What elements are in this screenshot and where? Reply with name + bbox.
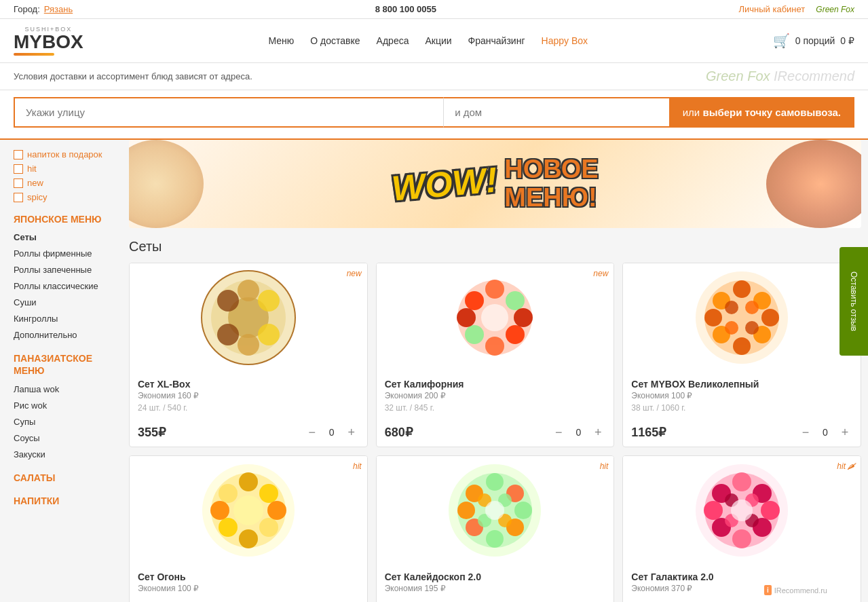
svg-point-63 bbox=[732, 472, 751, 491]
svg-point-29 bbox=[704, 309, 722, 326]
svg-point-39 bbox=[259, 518, 278, 537]
nav-delivery[interactable]: О доставке bbox=[310, 35, 360, 46]
product-name-kaleidoscope: Сет Калейдоскоп 2.0 bbox=[385, 571, 606, 582]
svg-point-52 bbox=[486, 530, 504, 548]
top-bar-left: Город: Рязань bbox=[14, 4, 73, 14]
nav-promotions[interactable]: Акции bbox=[425, 35, 451, 46]
filter-new[interactable]: new bbox=[14, 178, 122, 188]
qty-minus-california[interactable]: − bbox=[551, 425, 566, 440]
city-name[interactable]: Рязань bbox=[44, 4, 73, 14]
product-badge-galaxy: hit🌶 bbox=[837, 462, 855, 471]
qty-value-california: 0 bbox=[573, 427, 584, 438]
svg-point-8 bbox=[238, 334, 259, 356]
salads-title: САЛАТЫ bbox=[14, 472, 122, 484]
svg-point-27 bbox=[733, 337, 751, 355]
svg-point-19 bbox=[481, 304, 508, 331]
product-info-california: Сет Калифорния Экономия 200 ₽ 32 шт. / 8… bbox=[377, 372, 614, 421]
filter-new-checkbox[interactable] bbox=[14, 178, 23, 188]
product-image-kaleidoscope bbox=[377, 456, 614, 565]
banner: WOW! НОВОЕ МЕНЮ! bbox=[129, 140, 861, 228]
review-button[interactable]: Оставить отзыв bbox=[839, 247, 868, 356]
menu-item-sauces[interactable]: Соусы bbox=[14, 432, 122, 445]
nav-happybox[interactable]: Happy Box bbox=[542, 35, 588, 46]
filter-spicy-checkbox[interactable] bbox=[14, 193, 23, 202]
product-card-mybox-great: new bbox=[622, 263, 861, 447]
nav-franchise[interactable]: Франчайзинг bbox=[468, 35, 525, 46]
product-info-mybox-great: Сет MYBOX Великолепный Экономия 100 ₽ 38… bbox=[623, 372, 861, 421]
product-info-xl-box: Сет XL-Box Экономия 160 ₽ 24 шт. / 540 г… bbox=[130, 372, 367, 421]
menu-item-rolls-classic[interactable]: Роллы классические bbox=[14, 280, 122, 293]
product-price-xl-box: 355₽ bbox=[138, 425, 166, 440]
nav-menu[interactable]: Меню bbox=[268, 35, 294, 46]
house-input[interactable] bbox=[443, 97, 669, 128]
menu-item-noodle-wok[interactable]: Лапша wok bbox=[14, 383, 122, 396]
menu-item-additional[interactable]: Дополнительно bbox=[14, 328, 122, 341]
qty-plus-mybox-great[interactable]: + bbox=[837, 425, 852, 440]
cart[interactable]: 🛒 0 порций 0 ₽ bbox=[773, 33, 854, 49]
irecommend-watermark: IRecommend bbox=[774, 69, 854, 83]
logo-main-text: MYBOX bbox=[14, 33, 83, 52]
recommend-badge: Green Fox IRecommend bbox=[706, 69, 854, 84]
filter-new-label: new bbox=[27, 178, 43, 188]
menu-item-sushi[interactable]: Суши bbox=[14, 296, 122, 309]
cart-icon: 🛒 bbox=[773, 33, 790, 49]
qty-minus-xl-box[interactable]: − bbox=[305, 425, 320, 440]
logo-underline bbox=[14, 53, 54, 56]
product-card-galaxy: hit🌶 bbox=[622, 455, 861, 602]
product-badge-california: new bbox=[593, 269, 608, 278]
svg-point-11 bbox=[465, 291, 484, 310]
qty-minus-mybox-great[interactable]: − bbox=[798, 425, 813, 440]
svg-point-6 bbox=[258, 324, 280, 345]
street-input[interactable] bbox=[14, 97, 443, 128]
filters: напиток в подарок hit new spicy bbox=[14, 149, 122, 202]
svg-point-16 bbox=[485, 337, 504, 356]
top-bar: Город: Рязань 8 800 100 0055 Личный каби… bbox=[0, 0, 868, 19]
product-meta-xl-box: 24 шт. / 540 г. bbox=[138, 403, 359, 413]
menu-item-rolls-baked[interactable]: Роллы запеченные bbox=[14, 263, 122, 276]
product-economy-california: Экономия 200 ₽ bbox=[385, 391, 606, 400]
qty-plus-xl-box[interactable]: + bbox=[344, 425, 359, 440]
product-name-mybox-great: Сет MYBOX Великолепный bbox=[631, 379, 852, 390]
menu-item-snacks[interactable]: Закуски bbox=[14, 448, 122, 461]
product-card-fire: hit bbox=[129, 455, 368, 602]
menu-item-rice-wok[interactable]: Рис wok bbox=[14, 399, 122, 412]
filter-gift[interactable]: напиток в подарок bbox=[14, 149, 122, 159]
main-layout: напиток в подарок hit new spicy ЯПОНСКОЕ… bbox=[0, 140, 868, 602]
menu-item-rolls-firm[interactable]: Роллы фирменные bbox=[14, 247, 122, 260]
product-name-galaxy: Сет Галактика 2.0 bbox=[631, 571, 852, 582]
svg-point-5 bbox=[217, 324, 239, 345]
product-name-california: Сет Калифорния bbox=[385, 379, 606, 390]
product-economy-xl-box: Экономия 160 ₽ bbox=[138, 391, 359, 400]
product-footer-xl-box: 355₽ − 0 + bbox=[130, 421, 367, 447]
cart-portions: 0 порций bbox=[795, 35, 835, 46]
filter-hit[interactable]: hit bbox=[14, 164, 122, 174]
svg-point-40 bbox=[239, 472, 258, 491]
cart-price: 0 ₽ bbox=[840, 35, 854, 46]
svg-point-59 bbox=[485, 501, 504, 520]
city-label: Город: bbox=[14, 4, 40, 14]
top-bar-right: Личный кабинет Green Fox bbox=[738, 4, 854, 14]
pickup-button[interactable]: или выбери точку самовывоза. bbox=[669, 97, 854, 128]
qty-control-mybox-great: − 0 + bbox=[798, 425, 852, 440]
product-footer-california: 680₽ − 0 + bbox=[377, 421, 614, 447]
product-meta-mybox-great: 38 шт. / 1060 г. bbox=[631, 403, 852, 413]
filter-hit-checkbox[interactable] bbox=[14, 164, 23, 174]
svg-point-15 bbox=[485, 280, 504, 299]
svg-point-3 bbox=[217, 290, 239, 312]
logo[interactable]: SUSHI+BOX MYBOX bbox=[14, 26, 83, 56]
banner-wow: WOW! bbox=[390, 159, 499, 208]
filter-spicy[interactable]: spicy bbox=[14, 192, 122, 202]
banner-novoe: НОВОЕ МЕНЮ! bbox=[504, 155, 598, 212]
menu-item-soups[interactable]: Супы bbox=[14, 415, 122, 428]
menu-item-kingrools[interactable]: Кингроллы bbox=[14, 312, 122, 325]
japanese-menu-title: ЯПОНСКОЕ МЕНЮ bbox=[14, 213, 122, 225]
product-footer-mybox-great: 1165₽ − 0 + bbox=[623, 421, 861, 447]
qty-plus-california[interactable]: + bbox=[590, 425, 605, 440]
irecommend-logo-icon: i bbox=[764, 585, 772, 595]
account-link[interactable]: Личный кабинет bbox=[738, 4, 805, 14]
product-economy-kaleidoscope: Экономия 195 ₽ bbox=[385, 584, 606, 593]
filter-gift-checkbox[interactable] bbox=[14, 150, 23, 159]
menu-item-sets[interactable]: Сеты bbox=[14, 231, 122, 244]
nav-addresses[interactable]: Адреса bbox=[377, 35, 409, 46]
product-image-galaxy bbox=[623, 456, 861, 565]
